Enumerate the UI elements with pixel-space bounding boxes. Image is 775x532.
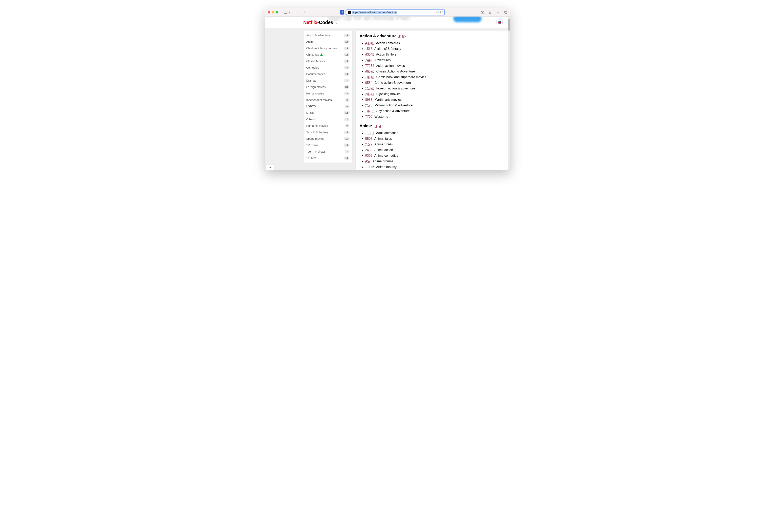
sidebar-item[interactable]: Music12 <box>303 110 352 116</box>
code-list-item: 8985 Martial arts movies <box>365 97 504 102</box>
code-link[interactable]: 10118 <box>365 75 374 79</box>
address-bar-group: LT N https://www.netflix-codes.com/#Anim… <box>340 9 445 15</box>
fullscreen-window-button[interactable] <box>276 11 278 14</box>
code-list-item: 77232 Asian action movies <box>365 63 504 69</box>
section-code-link[interactable]: 1365 <box>399 35 406 38</box>
sidebar-item[interactable]: Action & adventure14 <box>303 32 352 39</box>
site-header: Sign Up for an Annual Plan Netflix-Codes… <box>265 17 508 28</box>
code-link[interactable]: 20541 <box>365 92 374 96</box>
code-list-item: 1568 Action sf & fantasy <box>365 46 504 52</box>
sidebar-icon[interactable] <box>283 10 287 14</box>
code-link[interactable]: 46576 <box>365 70 374 73</box>
sidebar-item[interactable]: Others12 <box>303 116 352 122</box>
category-section: Action & adventure136543040 Action comed… <box>359 34 504 119</box>
sidebar-item[interactable]: Children & family movies13 <box>303 45 352 51</box>
sidebar-item-count: 36 <box>344 85 349 89</box>
sidebar-item[interactable]: Documentaries13 <box>303 71 352 77</box>
sidebar-item[interactable]: Independent movies6 <box>303 97 352 103</box>
sidebar-item[interactable]: Sports movies11 <box>303 135 352 142</box>
site-logo[interactable]: Netflix-Codes.com <box>303 20 338 25</box>
code-list-item: 10702 Spy action & adventure <box>365 108 504 114</box>
sidebar-item[interactable]: Sci - Fi & Fantasy10 <box>303 129 352 135</box>
code-link[interactable]: 452 <box>365 159 371 163</box>
sidebar-item-count: 13 <box>344 47 349 50</box>
code-list-item: 10118 Comic book and superhero movies <box>365 74 504 80</box>
code-link[interactable]: 77232 <box>365 64 374 67</box>
sidebar-item[interactable]: Anime10 <box>303 39 352 45</box>
browser-window: LT N https://www.netflix-codes.com/#Anim… <box>265 8 510 170</box>
code-link[interactable]: 2653 <box>365 148 372 152</box>
sidebar-item[interactable]: Christmas 🎄12 <box>303 51 352 58</box>
sidebar-item[interactable]: Thrillers13 <box>303 155 352 161</box>
address-bar[interactable]: N https://www.netflix-codes.com/#Anime <box>346 9 445 15</box>
lt-extension-badge[interactable]: LT <box>340 10 344 15</box>
code-description: Action sf & fantasy <box>373 47 401 50</box>
downloads-icon[interactable] <box>481 10 484 14</box>
code-link[interactable]: 11828 <box>365 87 374 90</box>
language-flag-button[interactable]: 🇬🇧 <box>497 20 503 25</box>
code-description: Crime action & adventure <box>373 81 411 84</box>
code-link[interactable]: 8985 <box>365 98 372 101</box>
blurred-ad-text: Sign Up for an Annual Plan <box>327 17 453 24</box>
sidebar-item-count: 15 <box>344 66 349 69</box>
scrollbar-thumb[interactable] <box>509 19 510 31</box>
section-title: Anime <box>359 123 372 128</box>
reload-icon[interactable] <box>440 10 443 14</box>
code-description: Westerns <box>373 115 388 118</box>
code-link[interactable]: 7442 <box>365 58 372 62</box>
back-button[interactable] <box>296 10 299 14</box>
url-text[interactable]: https://www.netflix-codes.com/#Anime <box>352 11 397 14</box>
sidebar-item[interactable]: Dramas11 <box>303 77 352 84</box>
code-link[interactable]: 9584 <box>365 81 372 84</box>
sidebar-item[interactable]: Romantic movies8 <box>303 122 352 129</box>
sidebar-item-count: 10 <box>344 131 349 134</box>
blurred-ad-button <box>453 17 482 22</box>
scrollbar-track[interactable] <box>508 17 510 170</box>
sidebar-item[interactable]: TV Show18 <box>303 142 352 148</box>
code-description: Hijacking movies <box>375 92 401 96</box>
sidebar-item[interactable]: LGBTQ5 <box>303 103 352 110</box>
code-list-item: 7700 Westerns <box>365 114 504 119</box>
forward-button[interactable] <box>303 10 306 14</box>
section-code-link[interactable]: 7424 <box>374 124 381 128</box>
tab-overview-icon[interactable] <box>504 10 507 14</box>
sidebar-item[interactable]: Comedies15 <box>303 64 352 71</box>
code-link[interactable]: 7700 <box>365 115 372 118</box>
code-link[interactable]: 43040 <box>365 41 374 45</box>
code-link[interactable]: 1568 <box>365 47 372 50</box>
new-tab-icon[interactable] <box>496 10 500 14</box>
code-link[interactable]: 43048 <box>365 53 374 56</box>
minimize-window-button[interactable] <box>272 11 274 14</box>
code-link[interactable]: 11881 <box>365 131 374 135</box>
code-list-item: 2729 Anime Sci-Fi <box>365 141 504 147</box>
code-link[interactable]: 5507 <box>365 137 372 140</box>
category-sidebar: Action & adventure14Anime10Children & fa… <box>303 31 352 163</box>
sidebar-item-label: Anime <box>306 40 314 43</box>
window-controls <box>268 11 278 14</box>
chevron-down-icon[interactable] <box>288 10 290 14</box>
sidebar-item-count: 12 <box>344 111 349 114</box>
sidebar-toggle-group <box>283 10 290 14</box>
code-description: Adult animation <box>375 131 399 135</box>
page-viewport: Sign Up for an Annual Plan Netflix-Codes… <box>265 17 510 170</box>
share-icon[interactable] <box>489 10 492 14</box>
code-list-item: 43048 Action thrillers <box>365 52 504 57</box>
reader-translate-icon[interactable] <box>436 10 439 14</box>
sidebar-item[interactable]: Horror movies12 <box>303 90 352 97</box>
sidebar-item-label: Classic Movies <box>306 60 325 63</box>
sidebar-item-count: 18 <box>344 143 349 147</box>
sidebar-item-label: LGBTQ <box>306 105 316 108</box>
code-description: Anime fantasy <box>375 165 397 168</box>
code-link[interactable]: 9302 <box>365 154 372 157</box>
sidebar-item[interactable]: Teen TV shows3 <box>303 148 352 155</box>
code-link[interactable]: 10702 <box>365 109 374 113</box>
code-link[interactable]: 2729 <box>365 142 372 146</box>
code-link[interactable]: 11146 <box>365 165 374 168</box>
sidebar-item[interactable]: Foreign movies36 <box>303 84 352 90</box>
browser-toolbar: LT N https://www.netflix-codes.com/#Anim… <box>265 8 510 17</box>
expand-panel-tab[interactable] <box>265 164 274 169</box>
code-link[interactable]: 2125 <box>365 104 372 107</box>
close-window-button[interactable] <box>268 11 270 14</box>
code-list-item: 46576 Classic Action & Adventure <box>365 69 504 74</box>
sidebar-item[interactable]: Classic Movies13 <box>303 58 352 64</box>
